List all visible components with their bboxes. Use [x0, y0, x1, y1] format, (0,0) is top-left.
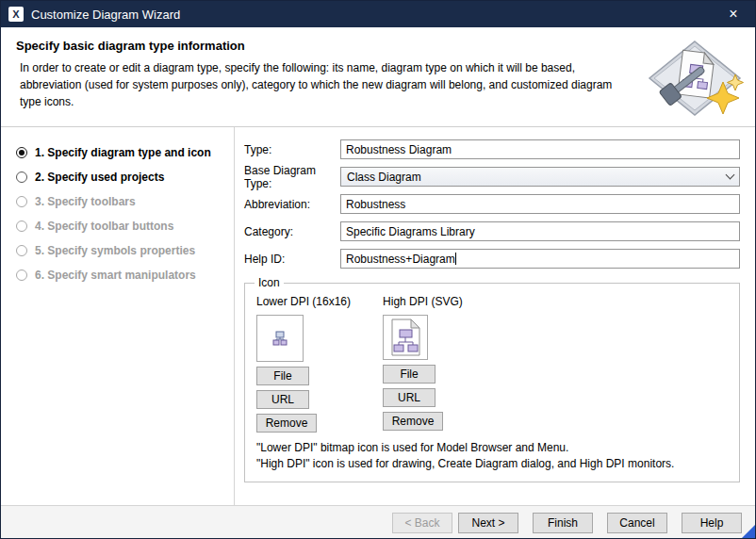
close-icon[interactable]: × [712, 1, 755, 27]
lower-dpi-file-button[interactable]: File [256, 367, 309, 385]
high-dpi-remove-button[interactable]: Remove [383, 412, 443, 431]
icon-group-title: Icon [255, 276, 284, 289]
base-diagram-type-select[interactable]: Class Diagram [340, 167, 740, 187]
finish-button[interactable]: Finish [533, 513, 593, 533]
base-diagram-type-value: Class Diagram [347, 171, 727, 184]
high-dpi-icon-preview [383, 315, 428, 360]
high-dpi-file-button[interactable]: File [383, 365, 436, 384]
lower-dpi-remove-button[interactable]: Remove [256, 414, 317, 433]
step-specify-toolbar-buttons: 4. Specify toolbar buttons [16, 214, 234, 238]
wizard-hammer-star-icon [644, 39, 746, 118]
help-id-input[interactable]: Robustness+Diagram [340, 249, 740, 269]
chevron-down-icon [726, 171, 735, 180]
lower-dpi-label: Lower DPI (16x16) [256, 295, 351, 308]
step-label: 4. Specify toolbar buttons [35, 220, 173, 233]
text-caret [455, 253, 456, 265]
high-dpi-label: High DPI (SVG) [383, 295, 463, 308]
help-id-label: Help ID: [244, 253, 340, 266]
lower-dpi-icon-preview [256, 315, 304, 362]
app-icon: X [8, 7, 24, 22]
radio-icon [16, 196, 27, 207]
step-label: 2. Specify used projects [35, 171, 164, 184]
step-label: 6. Specify smart manipulators [35, 269, 196, 282]
step-specify-smart-manipulators: 6. Specify smart manipulators [16, 263, 234, 287]
header-text: Specify basic diagram type information I… [16, 37, 628, 119]
high-dpi-url-button[interactable]: URL [383, 388, 436, 407]
help-id-value: Robustness+Diagram [346, 253, 455, 266]
step-specify-toolbars: 3. Specify toolbars [16, 189, 234, 214]
back-button: < Back [392, 513, 452, 533]
cancel-button[interactable]: Cancel [607, 513, 667, 533]
radio-icon [16, 172, 27, 183]
page-title: Specify basic diagram type information [16, 39, 628, 53]
radio-icon [16, 270, 27, 281]
wizard-body: 1. Specify diagram type and icon 2. Spec… [1, 127, 755, 505]
radio-icon [16, 220, 27, 232]
radio-selected-icon [16, 147, 27, 158]
lower-dpi-diagram-icon [272, 331, 288, 346]
step-specify-used-projects[interactable]: 2. Specify used projects [16, 165, 234, 189]
high-dpi-column: High DPI (SVG) File [383, 295, 463, 433]
type-input[interactable] [340, 139, 740, 159]
radio-icon [16, 245, 27, 256]
type-label: Type: [244, 143, 340, 156]
high-dpi-note: "High DPI" icon is used for drawing, Cre… [256, 456, 728, 472]
next-button[interactable]: Next > [458, 513, 518, 533]
step-label: 1. Specify diagram type and icon [35, 146, 211, 159]
wizard-header: Specify basic diagram type information I… [1, 27, 755, 127]
lower-dpi-note: "Lower DPI" bitmap icon is used for Mode… [256, 440, 728, 456]
step-specify-symbols-properties: 5. Specify symbols properties [16, 238, 234, 263]
window-title: Customize Diagram Wizard [31, 8, 180, 22]
resize-grip[interactable] [742, 525, 755, 538]
lower-dpi-url-button[interactable]: URL [256, 390, 309, 409]
wizard-footer: < Back Next > Finish Cancel Help [1, 505, 755, 539]
icon-group: Icon Lower DPI (16x16) [244, 276, 740, 482]
step-specify-diagram-type-and-icon[interactable]: 1. Specify diagram type and icon [16, 140, 234, 165]
help-button[interactable]: Help [682, 513, 742, 533]
high-dpi-document-icon [389, 318, 421, 356]
page-description: In order to create or edit a diagram typ… [20, 59, 628, 110]
base-diagram-type-label: Base Diagram Type: [244, 164, 340, 190]
category-input[interactable] [340, 221, 740, 241]
step-label: 5. Specify symbols properties [35, 244, 195, 257]
abbreviation-input[interactable] [340, 194, 740, 214]
lower-dpi-column: Lower DPI (16x16) File URL Remove [256, 295, 351, 433]
category-label: Category: [244, 225, 340, 238]
title-bar: X Customize Diagram Wizard × [1, 1, 755, 27]
step-label: 3. Specify toolbars [35, 195, 136, 208]
icon-usage-notes: "Lower DPI" bitmap icon is used for Mode… [256, 440, 728, 472]
diagram-type-form: Type: Base Diagram Type: Class Diagram A… [235, 127, 755, 505]
abbreviation-label: Abbreviation: [244, 198, 340, 211]
customize-diagram-wizard-dialog: X Customize Diagram Wizard × Specify bas… [0, 0, 756, 539]
wizard-steps-panel: 1. Specify diagram type and icon 2. Spec… [1, 127, 235, 505]
